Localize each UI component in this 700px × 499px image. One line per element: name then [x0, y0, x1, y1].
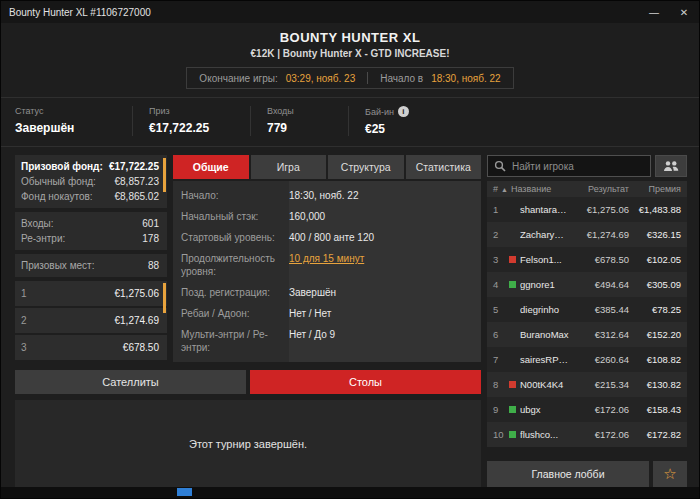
player-name: sairesRP(2) [520, 354, 569, 365]
stat-status-value: Завершён [15, 121, 116, 135]
player-row[interactable]: 5 diegrinho €385.44 €78.25 [487, 297, 687, 322]
prize-panel: Призовой фонд: €17,722.25 Обычный фонд: … [15, 155, 167, 362]
player-row[interactable]: 9 ubgx €172.06 €158.43 [487, 397, 687, 422]
window-title: Bounty Hunter XL #1106727000 [1, 7, 151, 18]
close-button[interactable]: ✕ [669, 1, 699, 23]
header-name[interactable]: Название [511, 184, 551, 194]
player-rank: 9 [493, 404, 509, 415]
tab-game[interactable]: Игра [251, 155, 327, 179]
player-row[interactable]: 6 BuranoMax €312.64 €152.20 [487, 322, 687, 347]
entries-label: Входы: [21, 218, 54, 229]
payout-row: 1 €1,275.06 [15, 281, 167, 306]
payout-row: 2 €1,274.69 [15, 308, 167, 333]
player-name: diegrinho [520, 304, 569, 315]
header-result[interactable]: Результат [569, 184, 629, 194]
stat-buyin: Бай-ин i €25 [365, 106, 425, 136]
player-row[interactable]: 8 N00tK4K4 €215.34 €130.82 [487, 372, 687, 397]
player-result: €172.06 [569, 429, 629, 440]
player-premium: €1,483.88 [629, 204, 681, 215]
player-row[interactable]: 1 shantaram... €1,275.06 €1,483.88 [487, 197, 687, 222]
player-premium: €108.82 [629, 354, 681, 365]
paid-places-box: Призовых мест: 88 [15, 254, 167, 277]
search-input[interactable] [512, 161, 644, 172]
info-icon[interactable]: i [398, 106, 409, 117]
player-marker [509, 431, 516, 438]
scrollbar-thumb[interactable] [163, 283, 166, 313]
player-row[interactable]: 3 Felson1... €678.50 €102.05 [487, 247, 687, 272]
favorite-star-button[interactable]: ☆ [653, 461, 687, 487]
stats-row: Статус Завершён Приз €17,722.25 Входы 77… [1, 97, 699, 147]
header-premium[interactable]: Премия [629, 184, 681, 194]
player-premium: €326.15 [629, 229, 681, 240]
player-premium: €152.20 [629, 329, 681, 340]
entries-row: Входы: 601 [21, 216, 159, 231]
stat-status-label: Статус [15, 106, 116, 116]
player-marker [509, 281, 516, 288]
stat-entries: Входы 779 [267, 106, 349, 136]
tab-structure[interactable]: Структура [328, 155, 404, 179]
reentry-value: 178 [142, 233, 159, 244]
scrollbar-thumb[interactable] [163, 158, 166, 192]
tab-statistics[interactable]: Статистика [406, 155, 482, 179]
tab-tables[interactable]: Столы [250, 370, 481, 394]
window-controls: — ✕ [639, 1, 699, 23]
left-group: Призовой фонд: €17,722.25 Обычный фонд: … [15, 155, 481, 487]
player-rank: 7 [493, 354, 509, 365]
player-row[interactable]: 2 ZacharyQu... €1,274.69 €326.15 [487, 222, 687, 247]
times-divider [367, 72, 368, 84]
knockout-fund-value: €8,865.02 [115, 191, 160, 202]
detail-label: Начальный стэк: [181, 210, 289, 223]
people-icon [663, 160, 679, 172]
player-premium: €102.05 [629, 254, 681, 265]
minimize-button[interactable]: — [639, 1, 669, 23]
paid-places-label: Призовых мест: [21, 260, 94, 271]
player-row[interactable]: 10 flushco... €172.06 €172.82 [487, 422, 687, 447]
detail-value: Нет / Нет [289, 307, 473, 320]
tournament-finished-message: Этот турнир завершён. [189, 438, 307, 450]
player-search-row [487, 155, 687, 177]
main-lobby-button[interactable]: Главное лобби [487, 461, 649, 487]
start-time-value: 18:30, нояб. 22 [431, 73, 501, 84]
prize-fund-value: €17,722.25 [109, 161, 159, 172]
stat-entries-value: 779 [267, 121, 332, 135]
show-players-button[interactable] [655, 155, 687, 177]
detail-row: Начало: 18:30, нояб. 22 [173, 185, 481, 206]
detail-value: 160,000 [289, 210, 473, 223]
regular-fund-row: Обычный фонд: €8,857.23 [21, 174, 159, 189]
end-time-label: Окончание игры: [199, 73, 277, 84]
header-rank[interactable]: # [493, 184, 498, 194]
knockout-fund-row: Фонд нокаутов: €8,865.02 [21, 189, 159, 204]
tables-status-area: Этот турнир завершён. [15, 400, 481, 487]
prize-fund-box: Призовой фонд: €17,722.25 Обычный фонд: … [15, 155, 167, 208]
detail-value: Нет / До 9 [289, 328, 473, 354]
detail-label: Ребаи / Адоон: [181, 307, 289, 320]
stat-buyin-label: Бай-ин [365, 107, 394, 117]
tournament-details: Начало: 18:30, нояб. 22 Начальный стэк: … [173, 181, 481, 362]
player-result: €385.44 [569, 304, 629, 315]
start-time-label: Начало в [380, 73, 423, 84]
tab-satellites[interactable]: Сателлиты [15, 370, 246, 394]
titlebar: Bounty Hunter XL #1106727000 — ✕ [1, 1, 699, 23]
prize-fund-label: Призовой фонд: [21, 161, 103, 172]
player-row[interactable]: 4 ggnore1 €494.64 €305.09 [487, 272, 687, 297]
player-search-box [487, 155, 651, 177]
player-row[interactable]: 7 sairesRP(2) €260.64 €108.82 [487, 347, 687, 372]
detail-label: Стартовый уровень: [181, 231, 289, 244]
detail-label: Начало: [181, 189, 289, 202]
payout-place: 2 [21, 315, 27, 326]
player-name: shantaram... [520, 204, 569, 215]
knockout-fund-label: Фонд нокаутов: [21, 191, 93, 202]
lobby-content: BOUNTY HUNTER XL €12K | Bounty Hunter X … [1, 23, 699, 487]
detail-value: 18:30, нояб. 22 [289, 189, 473, 202]
players-panel: # ▲ Название Результат Премия 1 shantara… [487, 155, 687, 487]
stat-status: Статус Завершён [15, 106, 133, 136]
end-time-value: 03:29, нояб. 23 [286, 73, 356, 84]
tab-general[interactable]: Общие [173, 155, 249, 179]
level-duration-link[interactable]: 10 для 15 минут [289, 252, 473, 278]
payout-place: 1 [21, 288, 27, 299]
paid-places-value: 88 [148, 260, 159, 271]
payout-place: 3 [21, 342, 27, 353]
detail-row: Начальный стэк: 160,000 [173, 206, 481, 227]
reentry-row: Ре-энтри: 178 [21, 231, 159, 246]
player-name: ZacharyQu... [520, 229, 569, 240]
